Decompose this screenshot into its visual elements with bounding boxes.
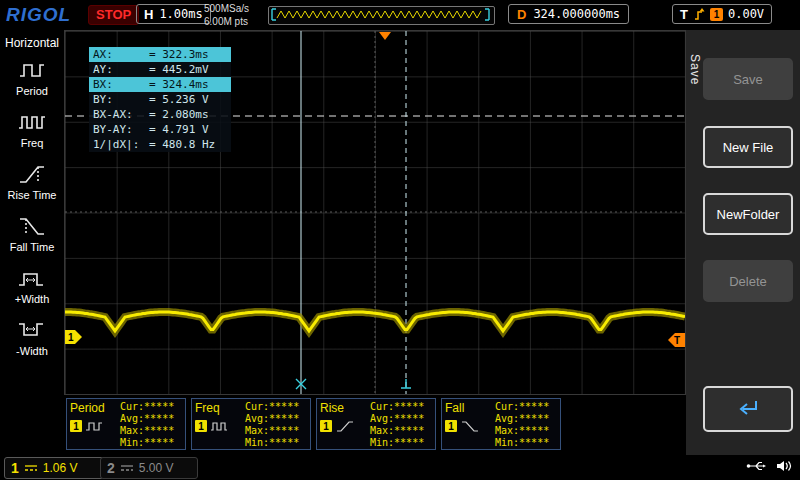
freq-glyph-icon xyxy=(210,419,230,433)
cursor-row-inv-dx: 1/|dX|:= 480.8 Hz xyxy=(89,137,231,152)
left-menu-item-period[interactable]: Period xyxy=(16,58,48,97)
cursor-row-by-ay: BY-AY:= 4.791 V xyxy=(89,122,231,137)
cursor-row-bx-ax: BX-AX:= 2.080ms xyxy=(89,107,231,122)
stat-cur: Cur:***** xyxy=(245,401,307,413)
memory-depth: 6.00M pts xyxy=(204,15,249,28)
stat-max: Max:***** xyxy=(120,425,182,437)
cursor-row-bx: BX:= 324.4ms xyxy=(89,77,231,92)
stat-cur: Cur:***** xyxy=(120,401,182,413)
stat-cur: Cur:***** xyxy=(370,401,432,413)
memory-waveform-preview xyxy=(268,6,495,25)
delay-value: 324.000000ms xyxy=(533,7,620,21)
fall-time-icon xyxy=(17,214,47,238)
left-menu-item-freq[interactable]: Freq xyxy=(17,110,47,149)
save-button[interactable]: Save xyxy=(703,58,793,100)
cursor-readout-panel: AX:= 322.3ms AY:= 445.2mV BX:= 324.4ms B… xyxy=(89,47,231,152)
return-button[interactable] xyxy=(703,386,793,432)
ch1-ground-marker[interactable]: 1 xyxy=(65,330,82,344)
channel-1-scale: 1.06 V xyxy=(43,461,78,475)
left-menu-item-plus-width[interactable]: +Width xyxy=(15,266,50,305)
acquisition-readout: 500MSa/s 6.00M pts xyxy=(204,2,249,28)
timebase-value: 1.00ms xyxy=(159,7,202,21)
channel-2-number: 2 xyxy=(107,460,115,476)
period-icon xyxy=(17,58,47,82)
delete-button[interactable]: Delete xyxy=(703,260,793,302)
measure-panel-fall: Fall 1 Cur:***** Avg:***** Max:***** Min… xyxy=(441,398,561,450)
trigger-position-marker-icon[interactable] xyxy=(379,32,391,40)
horizontal-label: H xyxy=(144,7,153,22)
trigger-level-value: 0.00V xyxy=(728,7,764,21)
channel-badge: 1 xyxy=(445,420,457,432)
cursor-row-by: BY:= 5.236 V xyxy=(89,92,231,107)
channel-2-tab[interactable]: 2 5.00 V xyxy=(100,457,198,479)
oscilloscope-screen: RIGOL STOP H 1.00ms 500MSa/s 6.00M pts D… xyxy=(0,0,800,480)
stat-max: Max:***** xyxy=(245,425,307,437)
preview-waveform-icon xyxy=(269,7,492,22)
period-glyph-icon xyxy=(85,419,105,433)
left-menu-item-rise-time[interactable]: Rise Time xyxy=(8,162,57,201)
measure-panel-rise: Rise 1 Cur:***** Avg:***** Max:***** Min… xyxy=(316,398,436,450)
new-file-button[interactable]: New File xyxy=(703,126,793,168)
minus-width-icon xyxy=(17,318,47,342)
delay-label: D xyxy=(517,7,526,22)
stat-max: Max:***** xyxy=(370,425,432,437)
left-menu-title: Horizontal xyxy=(5,36,59,50)
usb-icon xyxy=(746,460,766,472)
stat-min: Min:***** xyxy=(370,437,432,449)
rise-time-icon xyxy=(17,162,47,186)
cursor-row-ay: AY:= 445.2mV xyxy=(89,62,231,77)
dc-coupling-icon xyxy=(24,463,38,473)
stat-avg: Avg:***** xyxy=(495,413,557,425)
channel-2-scale: 5.00 V xyxy=(139,461,174,475)
svg-text:T: T xyxy=(674,335,680,346)
sample-rate: 500MSa/s xyxy=(204,2,249,15)
stat-avg: Avg:***** xyxy=(245,413,307,425)
trigger-readout: T 1 0.00V xyxy=(672,4,772,24)
trigger-level-marker[interactable]: T xyxy=(668,333,685,347)
horizontal-measure-menu: Horizontal Period Freq Rise Time xyxy=(0,30,64,455)
measure-panel-period: Period 1 Cur:***** Avg:***** Max:***** M… xyxy=(66,398,186,450)
delay-readout: D 324.000000ms xyxy=(508,4,629,24)
trigger-label: T xyxy=(680,7,688,22)
measure-panel-freq: Freq 1 Cur:***** Avg:***** Max:***** Min… xyxy=(191,398,311,450)
svg-text:1: 1 xyxy=(68,332,74,343)
stat-min: Min:***** xyxy=(120,437,182,449)
dc-coupling-icon xyxy=(120,463,134,473)
left-menu-item-fall-time[interactable]: Fall Time xyxy=(10,214,55,253)
run-state-badge: STOP xyxy=(88,5,139,25)
plus-width-icon xyxy=(17,266,47,290)
channel-badge: 1 xyxy=(320,420,332,432)
stat-avg: Avg:***** xyxy=(120,413,182,425)
stat-min: Min:***** xyxy=(495,437,557,449)
status-bar: RIGOL STOP H 1.00ms 500MSa/s 6.00M pts D… xyxy=(0,0,800,30)
menu-tab-save: Save xyxy=(688,54,702,85)
channel-badge: 1 xyxy=(70,420,82,432)
stat-min: Min:***** xyxy=(245,437,307,449)
cursor-row-ax: AX:= 322.3ms xyxy=(89,47,231,62)
rise-glyph-icon xyxy=(335,419,355,433)
measurement-statistics-row: Period 1 Cur:***** Avg:***** Max:***** M… xyxy=(64,395,686,455)
speaker-icon xyxy=(776,459,792,473)
horizontal-timebase-readout: H 1.00ms xyxy=(136,4,211,24)
return-arrow-icon xyxy=(734,398,762,418)
channel-1-tab[interactable]: 1 1.06 V xyxy=(4,457,104,479)
stat-max: Max:***** xyxy=(495,425,557,437)
channel-1-number: 1 xyxy=(11,460,19,476)
stat-avg: Avg:***** xyxy=(370,413,432,425)
rigol-logo: RIGOL xyxy=(6,4,71,26)
channel-status-bar: 1 1.06 V 2 5.00 V xyxy=(0,455,800,480)
freq-icon xyxy=(17,110,47,134)
save-menu: Save Save New File NewFolder Delete xyxy=(686,30,800,455)
trigger-source-badge: 1 xyxy=(710,8,723,21)
cursor-b-handle-icon[interactable] xyxy=(401,379,411,388)
trigger-slope-icon xyxy=(693,7,705,21)
waveform-display: 1 T AX:= 322.3ms AY:= 445.2mV BX:= 324.4… xyxy=(64,30,686,395)
stat-cur: Cur:***** xyxy=(495,401,557,413)
channel-badge: 1 xyxy=(195,420,207,432)
left-menu-item-minus-width[interactable]: -Width xyxy=(16,318,48,357)
new-folder-button[interactable]: NewFolder xyxy=(703,193,793,235)
fall-glyph-icon xyxy=(460,419,480,433)
